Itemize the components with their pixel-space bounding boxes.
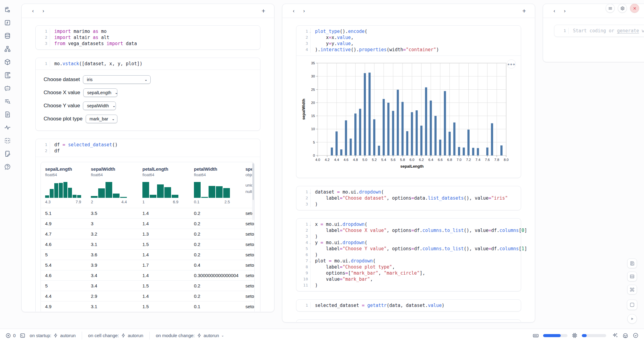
bar-chart[interactable]: 4.04.24.44.64.85.05.25.45.65.86.06.26.46…	[301, 60, 510, 173]
panel-forward-button[interactable]: ›	[560, 6, 570, 16]
code-text[interactable]: ).interactive().properties(width="contai…	[310, 47, 439, 53]
table-cell: 5.4	[41, 260, 87, 270]
code-text[interactable]: df = selected_dataset()	[50, 142, 118, 148]
table-row[interactable]: 4.42.91.40.2setosa	[41, 291, 254, 301]
dependency-graph-icon[interactable]	[3, 44, 12, 53]
code-text[interactable]: plot = mo.ui.dropdown(	[310, 258, 376, 264]
chart-menu-button[interactable]: ●●●	[507, 59, 516, 69]
table-row[interactable]: 4.93.11.50.1setosa	[41, 301, 254, 312]
code-text[interactable]: y=y.value,	[310, 41, 353, 47]
app-frame-button[interactable]	[627, 300, 637, 310]
code-text[interactable]: import marimo as mo	[50, 28, 107, 34]
snippets-file-icon[interactable]	[3, 110, 12, 119]
fold-chevron-icon[interactable]: ⌄	[309, 240, 311, 246]
close-icon[interactable]	[630, 4, 639, 13]
file-tree-icon[interactable]	[3, 5, 12, 14]
column-header[interactable]: petalWidthfloat640.12.5	[190, 162, 241, 208]
table-row[interactable]: 5.13.51.40.2setosa	[41, 208, 254, 218]
run-button[interactable]	[627, 314, 637, 324]
fold-chevron-icon[interactable]: ⌄	[309, 189, 311, 195]
table-row[interactable]: 4.63.11.50.2setosa	[41, 239, 254, 249]
code-text[interactable]: x = mo.ui.dropdown(	[310, 221, 367, 227]
code-text[interactable]: label="Choose dataset", options=data.lis…	[310, 195, 508, 201]
code-cell-dataset-dropdown[interactable]: 1⌄dataset = mo.ui.dropdown(2 label="Choo…	[296, 186, 521, 210]
layout-button[interactable]	[627, 272, 637, 281]
code-text[interactable]: selected_dataset = getattr(data, dataset…	[310, 302, 444, 308]
runtime-config-item[interactable]: on cell change:autorun	[88, 333, 143, 338]
chat-bot-icon[interactable]	[3, 84, 12, 93]
code-text[interactable]: import altair as alt	[50, 34, 109, 41]
code-text[interactable]: dataset = mo.ui.dropdown(	[310, 189, 384, 195]
code-square-icon[interactable]	[3, 136, 12, 145]
code-cell-xy-dropdowns[interactable]: 1⌄x = mo.ui.dropdown(2 label="Choose X v…	[296, 218, 521, 291]
code-text[interactable]: mo.vstack([dataset, x, y, plot])	[50, 61, 142, 67]
connection-status-icon[interactable]	[633, 333, 639, 338]
package-cube-icon[interactable]	[3, 57, 12, 66]
error-indicator[interactable]: 0	[5, 333, 16, 338]
code-cell-plot-type[interactable]: 1plot_type = getattr(alt.Chart(df), plot…	[296, 319, 521, 322]
terminal-button[interactable]	[20, 333, 25, 338]
tracing-pulse-icon[interactable]	[3, 123, 12, 132]
code-text[interactable]: options=["mark_bar", "mark_circle"],	[310, 270, 425, 276]
command-button[interactable]	[627, 285, 637, 294]
table-row[interactable]: 5.43.91.70.4setosa	[41, 260, 254, 270]
code-text[interactable]: label="Choose X value", options=df.colum…	[310, 227, 527, 233]
code-text[interactable]: plot_type().encode(	[310, 28, 367, 34]
code-cell-selected-dataset[interactable]: 1selected_dataset = getattr(data, datase…	[296, 299, 521, 312]
code-text[interactable]: )	[310, 201, 318, 207]
database-icon[interactable]	[3, 31, 12, 40]
code-text[interactable]: y = mo.ui.dropdown(	[310, 240, 367, 246]
panel-back-button[interactable]: ‹	[288, 6, 299, 16]
menu-icon[interactable]	[606, 4, 615, 13]
table-row[interactable]: 53.41.50.2setosa	[41, 280, 254, 291]
panel-forward-button[interactable]: ›	[299, 6, 309, 16]
panel-forward-button[interactable]: ›	[38, 6, 48, 16]
code-text[interactable]: )	[310, 252, 318, 258]
function-square-icon[interactable]	[3, 18, 12, 27]
doc-search-icon[interactable]	[3, 97, 12, 106]
column-header[interactable]: sepalWidthfloat6424.4	[87, 162, 138, 208]
table-row[interactable]: 4.63.41.40.3000000000000004setosa	[41, 270, 254, 280]
column-header[interactable]: petalLengthfloat6416.9	[138, 162, 190, 208]
empty-code-cell[interactable]: 1 Start coding or generate with AI	[554, 25, 644, 37]
code-text[interactable]: )	[310, 233, 318, 240]
fold-chevron-icon[interactable]: ⌄	[309, 222, 311, 228]
table-scrollbar[interactable]	[252, 162, 254, 220]
table-row[interactable]: 4.73.21.30.2setosa	[41, 229, 254, 239]
code-cell-imports[interactable]: 1import marimo as mo2import altair as al…	[35, 25, 260, 50]
code-text[interactable]: value="mark_bar",	[310, 276, 373, 282]
choose-y-value-select[interactable]: sepalWidth⌄	[83, 102, 116, 110]
ai-sparkles-icon[interactable]	[612, 333, 618, 338]
code-text[interactable]: x=x.value,	[310, 34, 353, 41]
code-text[interactable]: label="Choose Y value", options=df.colum…	[310, 246, 527, 252]
panel-back-button[interactable]: ‹	[28, 6, 38, 16]
code-cell-df[interactable]: 1df = selected_dataset()2df sepalLengthf…	[35, 139, 260, 312]
generate-link[interactable]: generate	[617, 28, 639, 34]
code-text[interactable]: label="Choose plot type",	[310, 264, 395, 270]
notebook-edit-icon[interactable]	[3, 149, 12, 158]
column-header[interactable]: sepalLengthfloat644.37.9	[41, 162, 87, 208]
add-cell-button[interactable]: +	[259, 6, 268, 16]
code-text[interactable]: from vega_datasets import data	[50, 41, 137, 47]
table-row[interactable]: 53.61.40.2setosa	[41, 249, 254, 260]
code-cell-plot[interactable]: 1⌄plot_type().encode(2 x=x.value,3 y=y.v…	[296, 25, 521, 178]
fold-chevron-icon[interactable]: ⌄	[309, 258, 311, 264]
code-text[interactable]: df	[50, 148, 60, 154]
choose-plot-type-select[interactable]: mark_bar⌄	[86, 115, 117, 123]
runtime-config-item[interactable]: on module change:autorun⌄	[156, 333, 224, 338]
panel-back-button[interactable]: ‹	[549, 6, 560, 16]
choose-dataset-select[interactable]: iris⌄	[83, 75, 151, 84]
code-text[interactable]: )	[310, 282, 318, 288]
save-button[interactable]	[627, 258, 637, 268]
code-placeholder[interactable]: Start coding or generate with AI	[568, 28, 644, 34]
add-cell-button[interactable]: +	[520, 6, 529, 16]
scroll-logs-icon[interactable]	[3, 70, 12, 80]
gear-icon[interactable]	[618, 4, 627, 13]
copilot-icon[interactable]	[622, 333, 628, 339]
code-cell-vstack[interactable]: 1mo.vstack([dataset, x, y, plot]) Choose…	[35, 58, 260, 131]
table-row[interactable]: 4.931.40.2setosa	[41, 218, 254, 229]
runtime-config-item[interactable]: on startup:autorun	[30, 333, 76, 338]
help-question-icon[interactable]	[3, 162, 12, 171]
choose-x-value-select[interactable]: sepalLength⌄	[83, 88, 117, 97]
fold-chevron-icon[interactable]: ⌄	[309, 29, 311, 35]
